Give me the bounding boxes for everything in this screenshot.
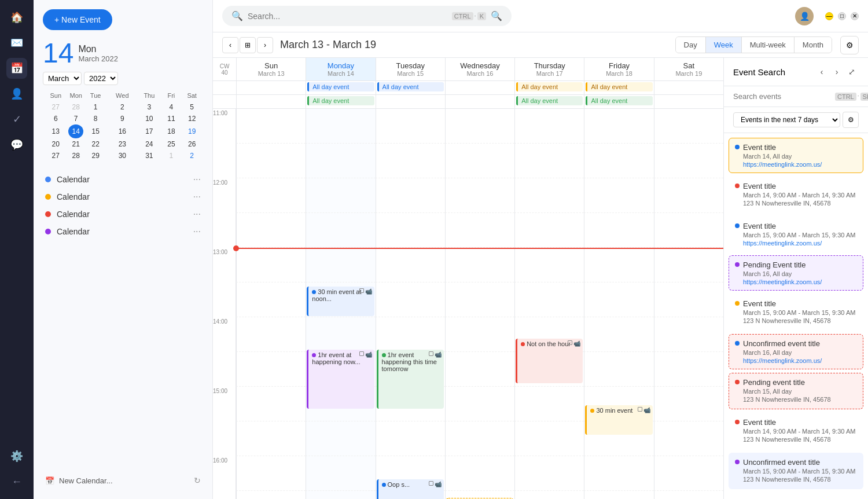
rs-nav-next[interactable]: ›	[830, 65, 844, 79]
timed-event-e2[interactable]: 1hr event at happening now...📹	[307, 350, 374, 409]
mini-cal-day[interactable]: 11	[162, 113, 181, 124]
time-half-slot-row0-col2[interactable]	[376, 144, 445, 178]
allday-cell-col3[interactable]	[445, 95, 514, 108]
mini-cal-day[interactable]: 30	[108, 150, 137, 162]
time-slot-row3-col2[interactable]	[376, 317, 445, 352]
rs-event-link[interactable]: https://meetinglink.zoom.us/	[743, 161, 857, 168]
rs-event-item-re10[interactable]: Event title March 15, 9:00 AM - March 15…	[729, 493, 863, 499]
mini-cal-day[interactable]: 21	[68, 138, 83, 150]
mini-cal-day[interactable]: 2	[108, 101, 137, 113]
mini-cal-day[interactable]: 28	[68, 101, 83, 113]
time-slot-row2-col0[interactable]	[236, 248, 306, 282]
time-half-slot-row3-col0[interactable]	[236, 352, 306, 387]
mini-cal-day[interactable]: 13	[43, 124, 68, 138]
view-tab-day[interactable]: Day	[676, 37, 706, 53]
right-sidebar-search[interactable]: CTRL · SHIFT · K 🔍	[724, 86, 868, 107]
timed-event-e3[interactable]: 1hr event happening this time tomorrow📹	[377, 350, 444, 409]
time-half-slot-row1-col2[interactable]	[376, 213, 445, 248]
time-slot-row3-col1[interactable]	[306, 317, 375, 352]
mini-cal-day[interactable]: 2	[181, 150, 203, 162]
time-slot-row4-col6[interactable]	[654, 387, 723, 421]
time-slot-row4-col3[interactable]	[445, 387, 514, 421]
mini-cal-day[interactable]: 18	[162, 124, 181, 138]
timed-event-e6[interactable]: Oop s...📹	[377, 479, 444, 499]
time-half-slot-row2-col5[interactable]	[584, 282, 653, 317]
time-half-slot-row3-col3[interactable]	[445, 352, 514, 387]
new-calendar-button[interactable]: 📅 New Calendar... ↻	[43, 471, 203, 490]
new-event-button[interactable]: + New Event	[43, 9, 112, 30]
mini-cal-day[interactable]: 23	[108, 138, 137, 150]
time-slot-row3-col5[interactable]	[584, 317, 653, 352]
sidebar-icon-home[interactable]: 🏠	[6, 7, 27, 28]
allday-cell-col4[interactable]: All day event	[514, 95, 584, 108]
view-tab-month[interactable]: Month	[795, 37, 832, 53]
time-slot-row3-col6[interactable]	[654, 317, 723, 352]
allday-event[interactable]: All day event	[586, 82, 652, 91]
time-half-slot-row2-col4[interactable]	[514, 282, 584, 317]
mini-cal-day[interactable]: 15	[83, 124, 108, 138]
time-slot-row1-col6[interactable]	[654, 178, 723, 213]
rs-event-item-re5[interactable]: Event title March 15, 9:00 AM - March 15…	[729, 294, 863, 331]
mini-cal-day[interactable]: 27	[43, 150, 68, 162]
day-header-sun[interactable]: Sun March 13	[236, 58, 306, 80]
time-slot-row5-col1[interactable]	[306, 456, 375, 491]
mini-cal-day[interactable]: 12	[181, 113, 203, 124]
time-half-slot-row5-col6[interactable]	[654, 491, 723, 499]
time-slot-row1-col0[interactable]	[236, 178, 306, 213]
mini-cal-day[interactable]: 19	[181, 124, 203, 138]
rs-nav-expand[interactable]: ⤢	[845, 65, 859, 79]
allday-cell-col2[interactable]	[376, 95, 445, 108]
day-header-tuesday[interactable]: Tuesday March 15	[376, 58, 445, 80]
sidebar-icon-chat[interactable]: 💬	[6, 134, 27, 155]
day-header-friday[interactable]: Friday March 18	[584, 58, 653, 80]
time-half-slot-row4-col4[interactable]	[514, 421, 584, 456]
nav-prev-button[interactable]: ‹	[222, 37, 238, 53]
allday-event[interactable]: All day event	[516, 82, 583, 91]
calendar-more-button[interactable]: ···	[193, 209, 201, 219]
time-slot-row0-col0[interactable]	[236, 109, 306, 144]
rs-search-input[interactable]	[733, 92, 830, 101]
mini-cal-day[interactable]: 6	[43, 113, 68, 124]
time-slot-row0-col3[interactable]	[445, 109, 514, 144]
day-header-thursday[interactable]: Thursday March 17	[514, 58, 584, 80]
time-slot-row4-col4[interactable]	[514, 387, 584, 421]
view-tab-multi-week[interactable]: Multi-week	[742, 37, 795, 53]
time-half-slot-row2-col3[interactable]	[445, 282, 514, 317]
mini-cal-day[interactable]: 8	[83, 113, 108, 124]
time-half-slot-row1-col5[interactable]	[584, 213, 653, 248]
time-half-slot-row4-col0[interactable]	[236, 421, 306, 456]
mini-cal-day[interactable]: 16	[108, 124, 137, 138]
user-avatar[interactable]: 👤	[795, 7, 814, 25]
time-half-slot-row0-col5[interactable]	[584, 144, 653, 178]
mini-cal-day[interactable]: 5	[181, 101, 203, 113]
time-half-slot-row4-col2[interactable]	[376, 421, 445, 456]
mini-cal-day[interactable]: 9	[108, 113, 137, 124]
allday-event[interactable]: All day event	[307, 82, 374, 91]
month-selector[interactable]: March 2022	[43, 72, 203, 85]
time-half-slot-row2-col6[interactable]	[654, 282, 723, 317]
time-half-slot-row5-col1[interactable]	[306, 491, 375, 499]
time-half-slot-row1-col4[interactable]	[514, 213, 584, 248]
year-select[interactable]: 2022	[84, 72, 118, 85]
time-half-slot-row1-col1[interactable]	[306, 213, 375, 248]
time-half-slot-row1-col6[interactable]	[654, 213, 723, 248]
rs-event-item-re3[interactable]: Event title March 15, 9:00 AM - March 15…	[729, 217, 863, 252]
time-half-slot-row0-col6[interactable]	[654, 144, 723, 178]
time-half-slot-row5-col5[interactable]	[584, 491, 653, 499]
mini-cal-day[interactable]: 4	[162, 101, 181, 113]
allday-cell-col3[interactable]	[445, 81, 514, 94]
rs-event-item-re6[interactable]: Unconfirmed event title March 16, All da…	[729, 334, 863, 369]
mini-cal-day[interactable]: 25	[162, 138, 181, 150]
mini-cal-day[interactable]: 22	[83, 138, 108, 150]
time-half-slot-row5-col4[interactable]	[514, 491, 584, 499]
time-half-slot-row1-col0[interactable]	[236, 213, 306, 248]
rs-event-item-re1[interactable]: Event title March 14, All dayhttps://mee…	[729, 138, 863, 173]
mini-cal-day[interactable]: 29	[83, 150, 108, 162]
allday-cell-col0[interactable]	[236, 95, 306, 108]
time-slot-row0-col6[interactable]	[654, 109, 723, 144]
nav-next-button[interactable]: ›	[257, 37, 273, 53]
time-slot-row2-col2[interactable]	[376, 248, 445, 282]
time-half-slot-row0-col1[interactable]	[306, 144, 375, 178]
rs-event-item-re4[interactable]: Pending Event title March 16, All dayhtt…	[729, 255, 863, 291]
rs-event-link[interactable]: https://meetinglink.zoom.us/	[743, 357, 857, 364]
